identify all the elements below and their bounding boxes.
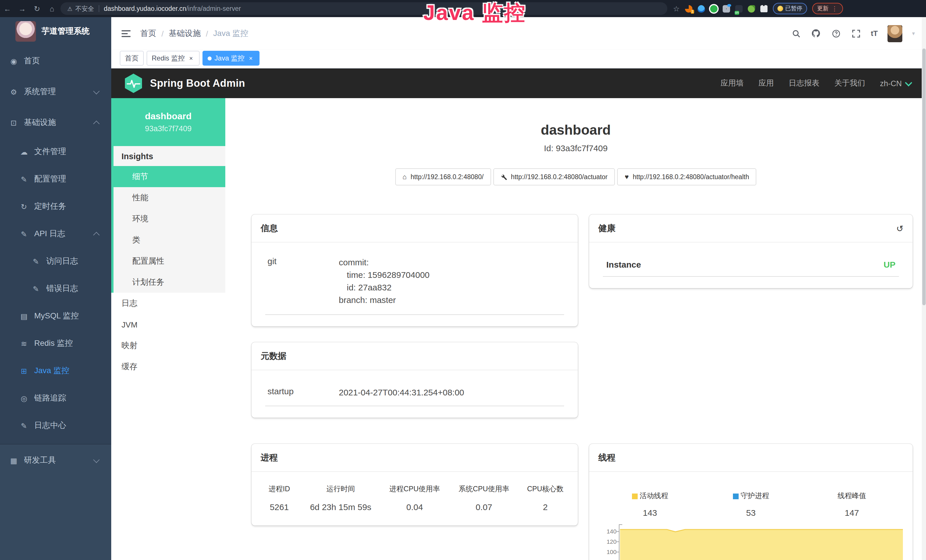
sba-item-mappings[interactable]: 映射 [111, 335, 225, 356]
tab-redis-monitor[interactable]: Redis 监控 × [147, 51, 200, 66]
extension-pin-icon[interactable] [697, 5, 705, 12]
breadcrumb-home[interactable]: 首页 [140, 28, 156, 38]
sidebar-item-scheduled-jobs[interactable]: ↻ 定时任务 [0, 193, 111, 220]
breadcrumb-infra[interactable]: 基础设施 [169, 28, 201, 38]
close-icon[interactable]: × [247, 55, 254, 62]
sidebar-item-access-log[interactable]: ✎ 访问日志 [0, 248, 111, 275]
sba-sidebar: dashboard 93a3fc7f7409 Insights 细节 性能 环境… [111, 98, 225, 560]
url-bar[interactable]: ⚠ 不安全 dashboard.yudao.iocoder.cn/infra/a… [61, 2, 667, 15]
sba-item-scheduledtasks[interactable]: 计划任务 [113, 272, 225, 293]
tab-home[interactable]: 首页 [120, 51, 144, 66]
sidebar-item-redis-monitor[interactable]: ≋ Redis 监控 [0, 330, 111, 357]
sidebar-dev-section: ▦ 研发工具 [0, 444, 111, 560]
chrome-update-button[interactable]: 更新 ⋮ [812, 3, 843, 14]
sba-item-environment[interactable]: 环境 [113, 208, 225, 229]
sidebar-item-java-monitor[interactable]: ⊞ Java 监控 [0, 357, 111, 384]
sidebar-item-log-center[interactable]: ✎ 日志中心 [0, 412, 111, 439]
instance-header[interactable]: dashboard 93a3fc7f7409 [111, 98, 225, 146]
tab-label: 首页 [125, 53, 139, 63]
sba-body: dashboard 93a3fc7f7409 Insights 细节 性能 环境… [111, 98, 926, 560]
threads-card: 线程 活动线程 [589, 444, 912, 560]
sba-item-details[interactable]: 细节 [111, 166, 225, 187]
breadcrumb-separator: / [206, 29, 208, 38]
health-card: 健康 ↺ Instance UP [589, 215, 912, 288]
edit-icon: ✎ [20, 421, 29, 430]
forward-icon[interactable]: → [15, 4, 30, 13]
close-icon[interactable]: × [188, 55, 195, 62]
sidebar-item-label: API 日志 [34, 229, 65, 239]
extension-yuque-icon[interactable] [710, 5, 717, 12]
sba-item-configprops[interactable]: 配置属性 [113, 250, 225, 272]
actuator-url-button[interactable]: http://192.168.0.2:48080/actuator [493, 168, 615, 185]
sba-nav-journal[interactable]: 日志报表 [788, 78, 819, 88]
table-row[interactable]: Instance UP [603, 260, 899, 277]
avatar-caret-icon[interactable]: ▾ [912, 30, 915, 36]
sba-logo-icon[interactable] [124, 73, 143, 94]
info-card-header: 信息 [251, 215, 578, 242]
user-avatar[interactable] [888, 25, 902, 42]
fullscreen-icon[interactable] [851, 28, 861, 38]
sidebar-item-tracing[interactable]: ◎ 链路追踪 [0, 384, 111, 412]
profile-paused-chip[interactable]: 已暂停 [773, 3, 807, 14]
sidebar-item-home[interactable]: ◉ 首页 [0, 45, 111, 76]
info-card: 信息 git commit: time: 1596289704000 id: 2 [251, 215, 578, 326]
sba-brand-title[interactable]: Spring Boot Admin [150, 77, 245, 89]
browser-menu-icon[interactable]: ⋮ [831, 5, 838, 12]
peak-threads-value: 147 [801, 508, 902, 518]
hamburger-icon[interactable] [121, 30, 131, 37]
extension-onetab-icon[interactable]: on [735, 5, 742, 12]
sba-item-logs[interactable]: 日志 [111, 293, 225, 314]
reload-icon[interactable]: ↻ [30, 4, 44, 13]
page-scrollbar[interactable] [922, 17, 926, 560]
sba-locale-select[interactable]: zh-CN [880, 79, 910, 88]
sidebar-item-label: 基础设施 [24, 118, 56, 128]
sba-item-metrics[interactable]: 性能 [113, 187, 225, 208]
sidebar-item-api-log[interactable]: ✎ API 日志 [0, 220, 111, 248]
history-icon: ↻ [20, 202, 29, 211]
sidebar-item-mysql-monitor[interactable]: ▤ MySQL 监控 [0, 303, 111, 330]
sidebar-item-file-manage[interactable]: ☁ 文件管理 [0, 138, 111, 165]
tab-java-monitor[interactable]: Java 监控 × [203, 51, 259, 66]
sidebar-item-system[interactable]: ⚙ 系统管理 [0, 76, 111, 107]
git-commit-line: commit: [339, 256, 430, 269]
sba-item-beans[interactable]: 类 [113, 229, 225, 250]
chevron-up-icon [93, 232, 100, 239]
extension-grid-icon[interactable] [722, 5, 730, 12]
gear-icon: ⚙ [9, 88, 18, 96]
github-icon[interactable] [811, 28, 821, 38]
help-icon[interactable] [831, 28, 841, 38]
font-size-icon[interactable]: tT [871, 29, 878, 38]
metadata-card-body: startup 2021-04-27T00:44:31.254+08:00 [251, 370, 578, 418]
card-title: 健康 [598, 223, 616, 234]
heartbeat-icon: ♥ [625, 173, 629, 181]
instance-id: 93a3fc7f7409 [145, 124, 192, 133]
sba-nav-applications[interactable]: 应用 [758, 78, 774, 88]
sidebar-item-infra[interactable]: ⊡ 基础设施 [0, 107, 111, 138]
extension-sprout-icon[interactable] [747, 5, 755, 12]
sidebar-item-devtools[interactable]: ▦ 研发工具 [0, 445, 111, 477]
extension-colorzilla-icon[interactable]: 1 [685, 5, 692, 12]
sba-item-caches[interactable]: 缓存 [111, 356, 225, 377]
health-url-button[interactable]: ♥ http://192.168.0.2:48080/actuator/heal… [617, 168, 757, 185]
annotation-java-monitor: Java 监控 [423, 0, 526, 27]
refresh-history-icon[interactable]: ↺ [896, 223, 903, 234]
bookmark-star-icon[interactable]: ☆ [673, 4, 679, 13]
sidebar-item-label: MySQL 监控 [34, 311, 79, 321]
app-window: 芋道管理系统 ◉ 首页 ⚙ 系统管理 ⊡ 基础设施 ☁ 文件管理 ✎ [0, 17, 926, 560]
breadcrumb: 首页 / 基础设施 / Java 监控 [140, 28, 248, 38]
sba-nav-about[interactable]: 关于我们 [834, 78, 865, 88]
sidebar-item-config-manage[interactable]: ✎ 配置管理 [0, 165, 111, 193]
home-icon[interactable]: ⌂ [44, 4, 59, 13]
sba-item-jvm[interactable]: JVM [111, 314, 225, 335]
search-icon[interactable] [791, 28, 801, 38]
locale-label: zh-CN [880, 79, 902, 88]
back-icon[interactable]: ← [0, 4, 15, 13]
update-label: 更新 [817, 5, 828, 12]
scrollbar-thumb[interactable] [922, 48, 926, 305]
service-url-button[interactable]: ⌂ http://192.168.0.2:48080/ [395, 168, 491, 185]
sba-nav-wallboard[interactable]: 应用墙 [720, 78, 743, 88]
app-logo[interactable]: 芋道管理系统 [0, 17, 111, 45]
extension-puzzle-icon[interactable] [760, 5, 767, 12]
sidebar-item-error-log[interactable]: ✎ 错误日志 [0, 275, 111, 303]
process-card-header: 进程 [251, 444, 578, 472]
